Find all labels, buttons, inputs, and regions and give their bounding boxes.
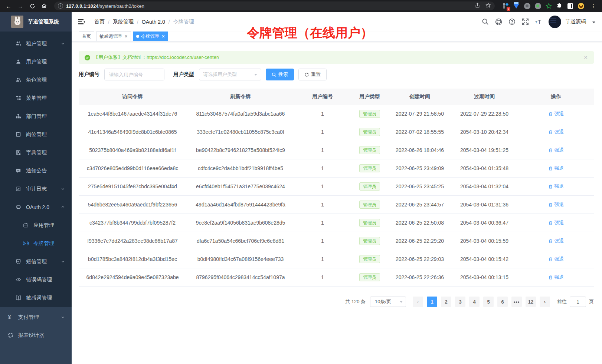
sidebar-item-岗位管理[interactable]: 岗位管理 [0, 125, 72, 143]
browser-forward-icon[interactable]: → [16, 1, 25, 11]
table-cell: 1 [295, 214, 350, 232]
goto-page-input[interactable] [570, 297, 586, 307]
search-icon[interactable] [482, 18, 489, 25]
sidebar-logo[interactable]: 芋道管理系统 [0, 12, 72, 32]
font-size-icon[interactable]: TT [535, 18, 542, 25]
sidebar-item-审计日志[interactable]: 审计日志 [0, 180, 72, 198]
browser-reload-icon[interactable] [27, 1, 37, 11]
next-page-button[interactable]: › [540, 297, 550, 307]
fullscreen-icon[interactable] [522, 18, 529, 25]
page-button-12[interactable]: 12 [526, 297, 536, 307]
sidebar-item-敏感词管理[interactable]: 敏感词管理 [0, 289, 72, 307]
extension-blocks-icon[interactable]: 9 [502, 3, 509, 9]
extension-sidebar-icon[interactable] [567, 3, 573, 9]
table-cell: 2054-03-04 19:51:25 [451, 141, 518, 159]
browser-back-icon[interactable]: ← [4, 1, 13, 11]
sidebar-item-短信管理[interactable]: 短信管理 [0, 252, 72, 271]
sidebar-item-label: 菜单管理 [26, 95, 47, 102]
avatar[interactable] [549, 16, 561, 28]
extension-gem-icon[interactable] [513, 3, 520, 9]
page-button-2[interactable]: 2 [441, 297, 451, 307]
force-logout-button[interactable]: 强退 [548, 274, 564, 281]
page-button-5[interactable]: 5 [483, 297, 494, 307]
share-icon[interactable] [475, 3, 480, 9]
force-logout-label: 强退 [554, 110, 564, 117]
reset-button[interactable]: 重置 [298, 69, 327, 80]
sidebar-item-字典管理[interactable]: 字典管理 [0, 143, 72, 162]
force-logout-button[interactable]: 强退 [548, 238, 564, 244]
sidebar-item-角色管理[interactable]: 角色管理 [0, 71, 72, 89]
sidebar-item-用户管理[interactable]: 用户管理 [0, 53, 72, 71]
extension-puzzle-icon[interactable] [556, 3, 563, 9]
alert-close-icon[interactable]: ✕ [583, 54, 588, 60]
tab-close-icon[interactable]: ✕ [161, 34, 165, 39]
user-name[interactable]: 芋道源码 [565, 19, 586, 25]
sidebar-item-菜单管理[interactable]: 菜单管理 [0, 89, 72, 107]
table-cell: 管理员 [350, 214, 389, 232]
user-type-select[interactable]: 请选择用户类型 [199, 69, 261, 80]
table-row: 502375b8040a469a9b82188afdf6af1fbe90422b… [79, 141, 594, 159]
extension-command-icon[interactable] [524, 3, 530, 9]
pages-ellipsis[interactable]: ••• [511, 297, 522, 307]
page-button-1[interactable]: 1 [427, 297, 437, 307]
tab-首页[interactable]: 首页 [79, 32, 94, 41]
force-logout-button[interactable]: 强退 [548, 183, 564, 190]
dictionary-icon [16, 150, 21, 155]
breadcrumb-home[interactable]: 首页 [94, 19, 105, 25]
sidebar-item-label: 令牌管理 [33, 240, 54, 247]
user-type-badge: 管理员 [359, 146, 380, 154]
sidebar-item-label: 报表设计器 [18, 332, 44, 339]
force-logout-button[interactable]: 强退 [548, 129, 564, 135]
browser-home-icon[interactable] [39, 1, 49, 11]
user-menu-caret-icon[interactable] [592, 21, 595, 23]
search-button[interactable]: 搜索 [266, 69, 294, 80]
tab-令牌管理[interactable]: 令牌管理✕ [133, 32, 168, 41]
page-size-select[interactable]: 10条/页 [370, 297, 406, 307]
force-logout-button[interactable]: 强退 [548, 110, 564, 117]
force-logout-button[interactable]: 强退 [548, 201, 564, 208]
prev-page-button[interactable]: ‹ [413, 297, 423, 307]
sidebar-item-OAuth 2.0[interactable]: OAuth 2.0 [0, 198, 72, 216]
breadcrumb-oauth[interactable]: OAuth 2.0 [142, 19, 165, 25]
force-logout-button[interactable]: 强退 [548, 256, 564, 262]
github-icon[interactable] [495, 18, 502, 25]
collapse-sidebar-icon[interactable] [78, 18, 85, 26]
sidebar-item-应用管理[interactable]: 应用管理 [0, 216, 72, 234]
svg-text:T: T [538, 19, 541, 25]
sidebar-item-租户管理[interactable]: 租户管理 [0, 34, 72, 53]
force-logout-button[interactable]: 强退 [548, 147, 564, 153]
doc-link[interactable]: https://doc.iocoder.cn/user-center/ [147, 54, 219, 60]
sidebar-item-部门管理[interactable]: 部门管理 [0, 107, 72, 125]
tab-close-icon[interactable]: ✕ [124, 34, 128, 39]
sidebar-item-支付管理[interactable]: ¥支付管理 [0, 308, 72, 326]
site-info-icon[interactable]: i [58, 3, 63, 9]
tab-敏感词管理[interactable]: 敏感词管理✕ [96, 32, 131, 41]
table-cell: 1 [295, 196, 350, 214]
page-button-3[interactable]: 3 [455, 297, 465, 307]
page-button-6[interactable]: 6 [497, 297, 508, 307]
extension-emoji-icon[interactable] [578, 3, 584, 9]
sidebar-item-报表设计器[interactable]: 报表设计器 [0, 326, 72, 344]
force-logout-button[interactable]: 强退 [548, 219, 564, 226]
extension-star-icon[interactable] [545, 3, 552, 9]
tab-label: 令牌管理 [141, 33, 159, 40]
sidebar-item-label: 角色管理 [26, 77, 47, 83]
breadcrumb-system[interactable]: 系统管理 [113, 19, 134, 25]
bookmark-star-icon[interactable] [485, 3, 491, 9]
table-cell: 41c41346a548490f9dc8b01c6bfe0865 [79, 123, 186, 141]
user-type-badge: 管理员 [359, 164, 380, 172]
help-icon[interactable] [508, 18, 516, 25]
force-logout-label: 强退 [554, 165, 564, 172]
sidebar-item-错误码管理[interactable]: 错误码管理 [0, 271, 72, 289]
user-id-input[interactable] [104, 69, 164, 80]
force-logout-button[interactable]: 强退 [548, 165, 564, 172]
top-header: 首页 / 系统管理 / OAuth 2.0 / 令牌管理 [72, 12, 602, 32]
browser-menu-icon[interactable]: ⋮ [589, 1, 598, 11]
table-cell-actions: 强退 [518, 141, 594, 159]
table-cell: 管理员 [350, 250, 389, 268]
sidebar-item-令牌管理[interactable]: 令牌管理 [0, 234, 72, 252]
page-button-4[interactable]: 4 [469, 297, 480, 307]
extension-record-icon[interactable] [534, 3, 541, 9]
sidebar-item-通知公告[interactable]: 通知公告 [0, 162, 72, 180]
url-bar[interactable]: i 127.0.0.1:1024/system/oauth2/token [54, 1, 495, 10]
